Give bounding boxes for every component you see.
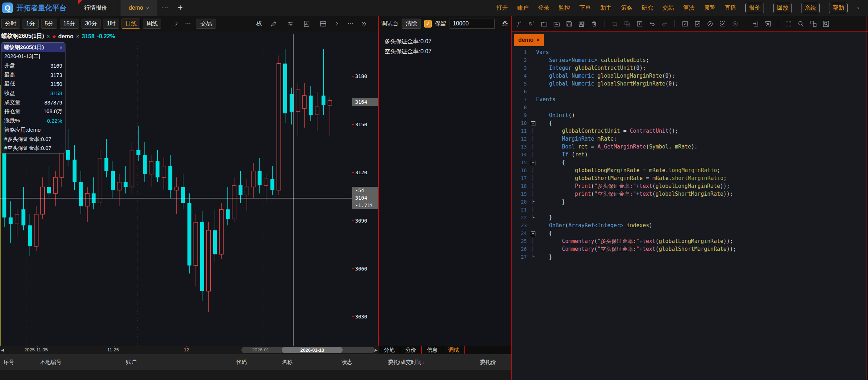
text-box-icon[interactable] [636, 20, 643, 28]
save-icon[interactable] [565, 20, 573, 28]
time-scrollbar-thumb[interactable]: 2026-01 2026-01-13 [241, 347, 375, 353]
ellipsis-icon[interactable] [184, 20, 192, 28]
chart-box-icon[interactable] [303, 20, 310, 28]
code-line: 1Vars [512, 48, 867, 56]
import-icon[interactable] [751, 20, 759, 28]
folder-open-icon[interactable] [553, 20, 560, 28]
menu-item[interactable]: 登录 [538, 4, 549, 12]
menu-item[interactable]: 预警 [704, 4, 715, 12]
save-all-icon[interactable] [578, 20, 585, 28]
menu-button[interactable]: 系统 [801, 3, 820, 13]
chevron-right-icon[interactable] [172, 20, 180, 28]
period-button-15分[interactable]: 15分 [60, 19, 79, 29]
check-circle-icon[interactable] [706, 20, 714, 28]
duplicate-icon[interactable] [623, 20, 631, 28]
new-formula-icon[interactable]: ƒ+ [515, 20, 523, 28]
check-square-2-icon[interactable] [693, 20, 701, 28]
column-header[interactable]: 状态 [342, 354, 352, 370]
column-header[interactable]: 代码 [236, 354, 247, 370]
column-header[interactable]: 委托/成交时间↓ [388, 354, 425, 370]
column-header[interactable]: 账户 [126, 354, 137, 370]
folder-icon[interactable] [540, 20, 548, 28]
debug-console-output[interactable]: 多头保证金率:0.07空头保证金率:0.07 [379, 31, 511, 346]
menu-item[interactable]: 交易 [662, 4, 674, 12]
menu-item[interactable]: 研究 [642, 4, 653, 12]
period-button-分时[interactable]: 分时 [1, 19, 20, 29]
menu-button[interactable]: 回放 [773, 3, 792, 13]
menu-item[interactable]: 策略 [621, 4, 632, 12]
scroll-right-icon[interactable]: ▶ [374, 346, 377, 354]
menu-button[interactable]: 帮助 [829, 3, 848, 13]
tab-quote[interactable]: 行情报价 [78, 0, 113, 16]
ellipsis-icon[interactable] [346, 20, 354, 28]
sliders-icon[interactable] [286, 20, 294, 28]
check-square-icon[interactable] [681, 20, 689, 28]
code-line: 10− { [512, 119, 867, 127]
editor-tab-close-icon[interactable]: × [536, 37, 540, 43]
export-icon[interactable] [764, 20, 772, 28]
column-header[interactable]: 序号 [4, 354, 14, 370]
menu-item[interactable]: 算法 [683, 4, 695, 12]
scroll-left-icon[interactable]: ◀ [1, 346, 4, 354]
find-in-files-icon[interactable] [822, 20, 830, 28]
period-button-日线[interactable]: 日线 [122, 19, 140, 29]
column-header[interactable]: 本地编号 [40, 354, 62, 370]
price-axis[interactable]: 3180315031203090306030303164-543104-1.71… [352, 31, 378, 346]
expand-icon[interactable] [784, 20, 792, 28]
period-button-周线[interactable]: 周线 [143, 19, 161, 29]
layout-icon[interactable] [319, 20, 327, 28]
undo-icon[interactable] [648, 20, 656, 28]
menu-chevron-icon[interactable]: › [857, 4, 859, 11]
menu-button[interactable]: 报价 [745, 3, 764, 13]
keep-count-input[interactable] [450, 19, 495, 29]
code-area[interactable]: 1Vars2 Series<Numeric> calculatedLots;3 … [512, 48, 867, 261]
menu-item[interactable]: 直播 [725, 4, 736, 12]
menu-item[interactable]: 助手 [600, 4, 612, 12]
keep-checkbox[interactable]: ✓ [424, 20, 432, 28]
rights-label[interactable]: 权 [256, 20, 262, 28]
search-icon[interactable] [797, 20, 805, 28]
time-axis[interactable]: ◀ ▶ 2026-01 2026-01-13 2025-11-0511-2512 [0, 346, 379, 354]
orders-table-body[interactable] [0, 370, 511, 380]
replace-icon[interactable] [809, 20, 817, 28]
column-header[interactable]: 名称 [282, 354, 293, 370]
pencil-icon[interactable] [270, 20, 278, 28]
console-tab-调试[interactable]: 调试 [443, 346, 465, 354]
price-tick: 3030 [352, 313, 378, 321]
chevron-right-icon[interactable] [333, 20, 340, 28]
code-line: 27└ } [512, 253, 867, 261]
console-tab-分笔[interactable]: 分笔 [379, 346, 400, 354]
period-button-30分[interactable]: 30分 [82, 19, 101, 29]
console-tab-信息[interactable]: 信息 [422, 346, 443, 354]
console-tab-分价[interactable]: 分价 [400, 346, 422, 354]
clear-button[interactable]: 清除 [402, 19, 421, 29]
menu-item[interactable]: 监控 [559, 4, 570, 12]
menu-item[interactable]: 下单 [579, 4, 591, 12]
period-button-1分[interactable]: 1分 [23, 19, 39, 29]
trade-button[interactable]: 交易 [196, 19, 216, 29]
new-strategy-icon[interactable]: S+ [528, 20, 535, 28]
period-button-5分[interactable]: 5分 [41, 19, 57, 29]
info-panel-close-icon[interactable]: × [59, 44, 63, 50]
candlestick-chart[interactable]: 螺纹钢2605(1日) × ◆ demo × 3158 -0.22% 螺纹钢26… [0, 31, 352, 346]
code-editor[interactable]: demo × 1Vars2 Series<Numeric> calculated… [512, 32, 867, 380]
column-header[interactable]: 委托价 [480, 354, 496, 370]
crop-icon[interactable] [610, 20, 618, 28]
tab-overflow-button[interactable]: ··· [162, 0, 169, 16]
new-tab-button[interactable]: + [178, 0, 183, 16]
delete-icon[interactable] [590, 20, 598, 28]
svg-text:+: + [520, 20, 522, 24]
redo-icon[interactable] [661, 20, 668, 28]
menu-item[interactable]: 账户 [517, 4, 529, 12]
tab-close-icon[interactable]: × [146, 5, 149, 11]
ohlc-info-panel[interactable]: 螺纹钢2605(1日) × 2026-01-13[二]开盘3169最高3173最… [1, 42, 65, 154]
editor-tab-demo[interactable]: demo × [514, 34, 544, 46]
svg-text:ƒ: ƒ [517, 21, 520, 27]
crosshair-price-badge: -543104-1.71% [352, 187, 378, 209]
period-button-1时[interactable]: 1时 [103, 19, 119, 29]
check-dashed-icon[interactable] [719, 20, 726, 28]
tab-demo[interactable]: demo × [121, 0, 157, 16]
record-icon[interactable] [731, 20, 739, 28]
menu-item[interactable]: 打开 [496, 4, 508, 12]
chevrons-right-icon[interactable] [360, 20, 368, 28]
